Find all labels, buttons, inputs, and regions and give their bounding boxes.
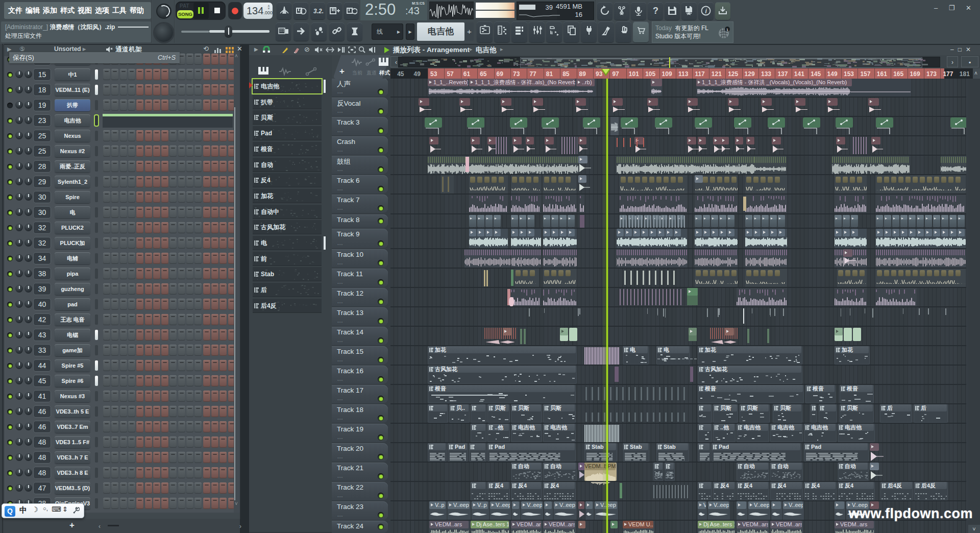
- svg-text:3.2.1: 3.2.1: [313, 8, 324, 15]
- svg-text:i: i: [705, 8, 707, 15]
- svg-text:?: ?: [653, 6, 658, 16]
- svg-text:1: 1: [726, 28, 729, 32]
